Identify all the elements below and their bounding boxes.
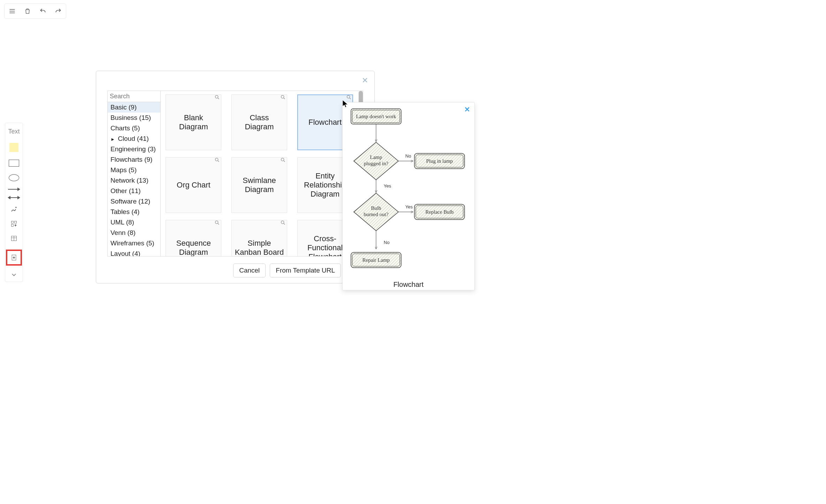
category-item[interactable]: Other (11): [108, 186, 160, 196]
svg-text:Yes: Yes: [405, 204, 413, 209]
svg-point-13: [215, 221, 218, 224]
cancel-button[interactable]: Cancel: [233, 264, 266, 277]
svg-text:Repair Lamp: Repair Lamp: [362, 257, 390, 263]
svg-point-7: [215, 96, 218, 98]
category-item[interactable]: Layout (4): [108, 249, 160, 256]
note-swatch[interactable]: [7, 143, 21, 152]
magnify-icon[interactable]: [214, 220, 220, 227]
rectangle-shape[interactable]: [7, 160, 21, 167]
svg-text:Replace Bulb: Replace Bulb: [425, 209, 453, 215]
freehand-tool[interactable]: [7, 206, 21, 213]
text-tool[interactable]: Text: [7, 128, 21, 135]
template-card[interactable]: Class Diagram: [228, 91, 291, 154]
template-card[interactable]: Blank Diagram: [162, 91, 225, 154]
category-item[interactable]: Business (15): [108, 113, 160, 123]
category-item[interactable]: Charts (5): [108, 123, 160, 133]
magnify-icon[interactable]: [280, 94, 286, 101]
category-pane: Basic (9)Business (15)Charts (5)► Cloud …: [108, 91, 161, 256]
svg-point-14: [281, 221, 284, 224]
close-icon[interactable]: ✕: [362, 76, 368, 85]
svg-text:Yes: Yes: [384, 183, 391, 189]
category-item[interactable]: Engineering (3): [108, 144, 160, 154]
dialog-footer: Cancel From Template URL Insert: [96, 264, 374, 277]
category-item[interactable]: Software (12): [108, 196, 160, 207]
svg-text:plugged in?: plugged in?: [364, 161, 389, 166]
biarrow-shape[interactable]: [7, 197, 21, 198]
svg-text:No: No: [384, 240, 390, 245]
category-item[interactable]: ► Cloud (41): [108, 133, 160, 144]
category-item[interactable]: UML (8): [108, 217, 160, 228]
magnify-icon[interactable]: [214, 157, 220, 164]
magnify-icon[interactable]: [346, 94, 352, 101]
svg-text:Plug in lamp: Plug in lamp: [426, 158, 453, 164]
svg-text:Lamp doesn't work: Lamp doesn't work: [356, 114, 396, 119]
svg-point-11: [281, 158, 284, 161]
svg-point-10: [215, 158, 218, 161]
magnify-icon[interactable]: [280, 220, 286, 227]
shape-toolbar: Text: [5, 123, 23, 282]
menu-button[interactable]: [5, 4, 20, 18]
template-card[interactable]: Org Chart: [162, 154, 225, 216]
expand-toolbar-button[interactable]: [7, 273, 21, 277]
template-dialog: ✕ Basic (9)Business (15)Charts (5)► Clou…: [96, 71, 375, 283]
category-item[interactable]: Maps (5): [108, 165, 160, 175]
search-field[interactable]: [108, 91, 160, 102]
preview-title: Flowchart: [343, 281, 474, 289]
table-tool[interactable]: [7, 235, 21, 242]
undo-button[interactable]: [35, 4, 51, 18]
svg-rect-3: [12, 224, 14, 227]
arrow-shape[interactable]: [7, 189, 21, 190]
category-item[interactable]: Flowcharts (9): [108, 154, 160, 165]
redo-button[interactable]: [51, 4, 66, 18]
magnify-icon[interactable]: [280, 157, 286, 164]
svg-point-8: [281, 96, 284, 98]
preview-canvas: Lamp doesn't work Lamp plugged in? No Pl…: [343, 102, 474, 279]
category-list: Basic (9)Business (15)Charts (5)► Cloud …: [108, 102, 160, 256]
svg-text:Lamp: Lamp: [370, 154, 382, 160]
svg-text:No: No: [405, 153, 411, 159]
from-template-url-button[interactable]: From Template URL: [270, 264, 341, 277]
search-input[interactable]: [110, 93, 161, 100]
category-item[interactable]: Wireframes (5): [108, 238, 160, 249]
template-card[interactable]: Simple Kanban Board: [228, 216, 291, 256]
delete-button[interactable]: [20, 4, 35, 18]
template-preview: ✕ Lamp doesn't work Lamp plugged in? No: [342, 102, 475, 290]
insert-template-button[interactable]: [6, 250, 22, 266]
svg-point-9: [347, 96, 350, 98]
magnify-icon[interactable]: [214, 94, 220, 101]
more-shapes-button[interactable]: [7, 220, 21, 227]
template-card[interactable]: Sequence Diagram: [162, 216, 225, 256]
ellipse-shape[interactable]: [7, 174, 21, 181]
template-pane: Blank DiagramClass DiagramFlowchartOrg C…: [161, 91, 363, 256]
svg-text:burned out?: burned out?: [364, 212, 389, 217]
svg-rect-2: [15, 221, 17, 223]
svg-text:Bulb: Bulb: [371, 205, 381, 211]
category-item[interactable]: Venn (8): [108, 228, 160, 238]
svg-rect-1: [12, 221, 14, 223]
category-item[interactable]: Basic (9): [108, 102, 160, 113]
top-toolbar: [4, 3, 66, 19]
category-item[interactable]: Tables (4): [108, 207, 160, 217]
template-card[interactable]: Swimlane Diagram: [228, 154, 291, 216]
category-item[interactable]: Network (13): [108, 175, 160, 186]
svg-point-0: [15, 207, 16, 208]
